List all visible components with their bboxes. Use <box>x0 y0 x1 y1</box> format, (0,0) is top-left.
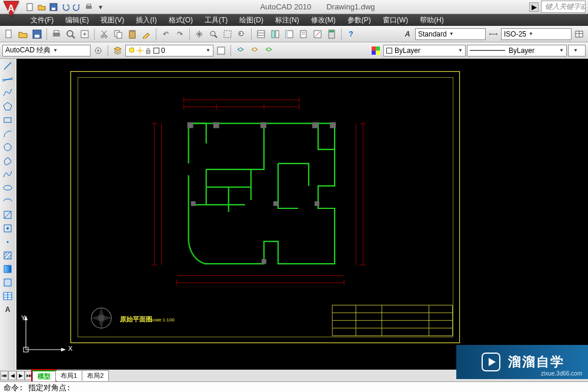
tab-layout1[interactable]: 布局1 <box>55 370 82 381</box>
revcloud-icon[interactable] <box>1 155 14 167</box>
preview-icon[interactable] <box>64 28 77 41</box>
block-icon[interactable] <box>1 222 14 234</box>
pan-icon[interactable] <box>193 28 206 41</box>
command-line[interactable]: 命令: 指定对角点: <box>0 381 588 392</box>
svg-rect-17 <box>117 32 122 38</box>
layer-iso-icon[interactable] <box>234 44 247 57</box>
text-style-dropdown[interactable]: Standard▼ <box>415 28 486 40</box>
ellipse-icon[interactable] <box>1 182 14 194</box>
menu-dimension[interactable]: 标注(N) <box>270 14 304 26</box>
gradient-icon[interactable] <box>1 263 14 275</box>
layer-states-icon[interactable] <box>215 44 228 57</box>
menu-file[interactable]: 文件(F) <box>26 14 58 26</box>
point-icon[interactable] <box>1 236 14 248</box>
svg-rect-67 <box>4 265 11 273</box>
tab-last-icon[interactable]: ⏭ <box>25 371 33 380</box>
layer-match-icon[interactable] <box>262 44 275 57</box>
new-icon[interactable] <box>2 28 15 41</box>
xline-icon[interactable] <box>1 74 14 85</box>
print-icon[interactable] <box>50 28 63 41</box>
qat-print-icon[interactable] <box>83 2 94 12</box>
svg-point-43 <box>129 48 134 52</box>
menu-draw[interactable]: 绘图(D) <box>235 14 268 26</box>
menu-modify[interactable]: 修改(M) <box>306 14 340 26</box>
workspace-dropdown[interactable]: AutoCAD 经典▼ <box>2 45 91 57</box>
region-icon[interactable] <box>1 277 14 288</box>
tab-layout2[interactable]: 布局2 <box>82 370 109 381</box>
ellipse-arc-icon[interactable] <box>1 195 14 207</box>
mtext-icon[interactable]: A <box>1 304 14 315</box>
tab-next-icon[interactable]: ▶ <box>16 371 25 380</box>
menu-tools[interactable]: 工具(T) <box>200 14 232 26</box>
rectangle-icon[interactable] <box>1 114 14 126</box>
menu-edit[interactable]: 编辑(E) <box>61 14 93 26</box>
dimstyle-icon[interactable] <box>487 28 500 41</box>
undo-icon[interactable]: ↶ <box>159 28 172 41</box>
zoom-window-icon[interactable] <box>221 28 234 41</box>
spline-icon[interactable] <box>1 168 14 180</box>
linetype-dropdown[interactable]: ByLayer▼ <box>467 45 567 57</box>
toolpalettes-icon[interactable] <box>283 28 296 41</box>
separator <box>156 28 156 40</box>
calc-icon[interactable] <box>325 28 338 41</box>
line-icon[interactable] <box>1 60 14 72</box>
layer-manager-icon[interactable] <box>111 44 124 57</box>
tablestyle-icon[interactable] <box>573 28 586 41</box>
dim-style-dropdown[interactable]: ISO-25▼ <box>501 28 572 40</box>
svg-rect-104 <box>260 122 266 128</box>
designcenter-icon[interactable] <box>269 28 282 41</box>
table-icon[interactable] <box>1 290 14 302</box>
qat-redo-icon[interactable] <box>72 2 82 12</box>
svg-rect-27 <box>272 31 275 38</box>
open-icon[interactable] <box>16 28 29 41</box>
publish-icon[interactable] <box>78 28 91 41</box>
help-icon[interactable]: ? <box>345 28 358 41</box>
circle-icon[interactable] <box>1 141 14 153</box>
search-input[interactable]: 键入关键字或 <box>541 1 586 13</box>
qat-undo-icon[interactable] <box>60 2 71 12</box>
qat-save-icon[interactable] <box>48 2 59 12</box>
textstyle-icon[interactable]: A <box>401 28 414 41</box>
lineweight-dropdown[interactable]: ▼ <box>568 45 586 57</box>
svg-point-20 <box>211 31 215 36</box>
match-icon[interactable] <box>140 28 153 41</box>
qat-dropdown-icon[interactable]: ▾ <box>95 2 106 12</box>
sheetset-icon[interactable] <box>297 28 310 41</box>
zoom-prev-icon[interactable] <box>235 28 248 41</box>
copy-icon[interactable] <box>112 28 125 41</box>
drawing-area[interactable]: 原始平面图 Scale:1:100 Y X <box>16 59 588 370</box>
pline-icon[interactable] <box>1 87 14 99</box>
arc-icon[interactable] <box>1 128 14 139</box>
zoom-icon[interactable] <box>207 28 220 41</box>
markup-icon[interactable] <box>311 28 324 41</box>
menu-insert[interactable]: 插入(I) <box>131 14 161 26</box>
menu-parametric[interactable]: 参数(P) <box>343 14 376 26</box>
menu-view[interactable]: 视图(V) <box>96 14 129 26</box>
svg-point-42 <box>98 49 99 51</box>
menu-help[interactable]: 帮助(H) <box>415 14 449 26</box>
cut-icon[interactable] <box>98 28 111 41</box>
tab-prev-icon[interactable]: ◀ <box>8 371 16 380</box>
layer-prev-icon[interactable] <box>248 44 261 57</box>
color-control-icon[interactable] <box>369 44 382 57</box>
properties-icon[interactable] <box>255 28 268 41</box>
menu-window[interactable]: 窗口(W) <box>378 14 413 26</box>
insert-icon[interactable] <box>1 209 14 221</box>
app-menu-button[interactable]: A <box>1 0 21 19</box>
paste-icon[interactable] <box>126 28 139 41</box>
qat-open-icon[interactable] <box>36 2 47 12</box>
svg-rect-52 <box>376 46 380 51</box>
color-dropdown[interactable]: ByLayer▼ <box>383 45 466 57</box>
redo-icon[interactable]: ↷ <box>173 28 186 41</box>
svg-point-64 <box>6 227 9 230</box>
infocenter-arrow-icon[interactable]: ▶ <box>529 2 539 12</box>
workspace-settings-icon[interactable] <box>92 44 105 57</box>
tab-first-icon[interactable]: ⏮ <box>0 371 8 380</box>
menu-format[interactable]: 格式(O) <box>164 14 198 26</box>
layer-dropdown[interactable]: 0▼ <box>125 45 213 57</box>
hatch-icon[interactable] <box>1 250 14 261</box>
qat-new-icon[interactable] <box>25 2 35 12</box>
save-icon[interactable] <box>31 28 44 41</box>
tab-model[interactable]: 模型 <box>32 370 56 381</box>
polygon-icon[interactable] <box>1 101 14 112</box>
